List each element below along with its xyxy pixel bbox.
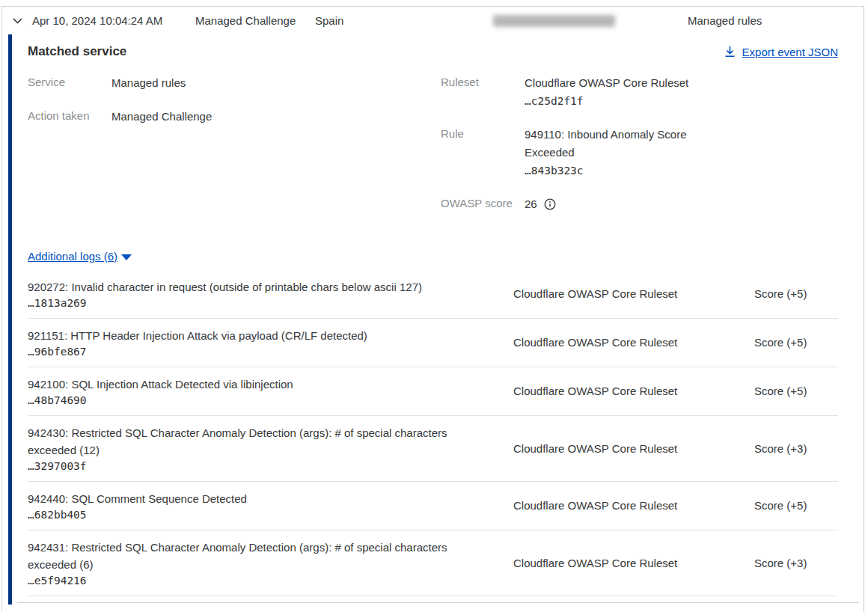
rule-label: Rule <box>441 126 525 180</box>
event-action: Managed Challenge <box>195 14 315 27</box>
log-rule-id: …3297003f <box>28 460 477 472</box>
owasp-score-label: OWASP score <box>441 195 525 213</box>
row-bottom-divider <box>17 596 859 603</box>
event-country: Spain <box>315 14 493 27</box>
log-description: 921151: HTTP Header Injection Attack via… <box>28 327 477 344</box>
ruleset-id: …c25d2f1f <box>525 92 688 110</box>
additional-logs-label: Additional logs (6) <box>28 250 117 263</box>
log-row: 942430: Restricted SQL Character Anomaly… <box>28 416 838 482</box>
log-rule-id: …96bfe867 <box>28 346 477 358</box>
log-score: Score (+5) <box>754 336 807 349</box>
additional-logs-list: 920272: Invalid character in request (ou… <box>28 270 838 596</box>
log-score: Score (+5) <box>754 499 807 512</box>
panel-title: Matched service <box>28 44 126 59</box>
log-score: Score (+5) <box>754 287 807 300</box>
log-row: 921151: HTTP Header Injection Attack via… <box>28 319 838 367</box>
rule-field: Rule 949110: Inbound Anomaly Score Excee… <box>441 126 838 180</box>
log-row: 942440: SQL Comment Sequence Detected …6… <box>28 482 838 530</box>
additional-logs-toggle[interactable]: Additional logs (6) <box>28 250 132 263</box>
log-score: Score (+3) <box>754 442 807 455</box>
log-score: Score (+5) <box>754 385 807 397</box>
service-label: Service <box>28 74 111 92</box>
log-ruleset: Cloudflare OWASP Core Ruleset <box>513 499 717 512</box>
log-description: 942431: Restricted SQL Character Anomaly… <box>28 539 477 573</box>
accent-bar <box>8 34 12 605</box>
redacted-text <box>493 15 615 27</box>
export-event-json-link[interactable]: Export event JSON <box>724 46 838 58</box>
log-row: 942100: SQL Injection Attack Detected vi… <box>28 367 838 416</box>
log-description: 942100: SQL Injection Attack Detected vi… <box>28 376 477 393</box>
log-rule-id: …682bb405 <box>28 509 477 521</box>
service-value: Managed rules <box>111 74 186 92</box>
action-taken-field: Action taken Managed Challenge <box>28 108 441 126</box>
export-link-label: Export event JSON <box>742 46 838 58</box>
owasp-score-value: 26 <box>525 195 537 213</box>
event-details-panel: Matched service Export event JSON Servic… <box>2 34 864 596</box>
event-summary-row[interactable]: Apr 10, 2024 10:04:24 AM Managed Challen… <box>2 6 864 34</box>
ruleset-field: Ruleset Cloudflare OWASP Core Ruleset …c… <box>441 74 838 110</box>
triangle-down-icon <box>121 254 132 260</box>
log-score: Score (+3) <box>754 557 807 569</box>
log-rule-id: …1813a269 <box>28 297 477 309</box>
log-ruleset: Cloudflare OWASP Core Ruleset <box>513 442 717 455</box>
rule-id: …843b323c <box>525 162 712 180</box>
owasp-score-field: OWASP score 26 <box>441 195 838 213</box>
log-row: 942431: Restricted SQL Character Anomaly… <box>28 530 838 596</box>
download-icon <box>724 46 736 58</box>
log-ruleset: Cloudflare OWASP Core Ruleset <box>513 336 717 349</box>
action-taken-value: Managed Challenge <box>111 108 212 126</box>
log-description: 942440: SQL Comment Sequence Detected <box>28 490 477 507</box>
log-ruleset: Cloudflare OWASP Core Ruleset <box>513 385 717 397</box>
log-rule-id: …48b74690 <box>28 394 477 406</box>
log-description: 942430: Restricted SQL Character Anomaly… <box>28 424 477 459</box>
ruleset-label: Ruleset <box>441 74 525 110</box>
log-rule-id: …e5f94216 <box>28 575 477 587</box>
log-row: 920272: Invalid character in request (ou… <box>28 270 838 319</box>
chevron-down-icon[interactable] <box>11 15 23 27</box>
rule-value: 949110: Inbound Anomaly Score Exceeded <box>525 126 712 162</box>
event-timestamp: Apr 10, 2024 10:04:24 AM <box>32 14 195 27</box>
info-icon[interactable] <box>544 198 556 210</box>
action-taken-label: Action taken <box>28 108 111 126</box>
service-field: Service Managed rules <box>28 74 441 92</box>
event-log-frame: Apr 10, 2024 10:04:24 AM Managed Challen… <box>1 6 864 612</box>
ruleset-value: Cloudflare OWASP Core Ruleset <box>525 74 688 92</box>
log-ruleset: Cloudflare OWASP Core Ruleset <box>513 287 717 300</box>
log-description: 920272: Invalid character in request (ou… <box>28 278 477 296</box>
event-service: Managed rules <box>688 14 762 27</box>
log-ruleset: Cloudflare OWASP Core Ruleset <box>513 557 717 569</box>
